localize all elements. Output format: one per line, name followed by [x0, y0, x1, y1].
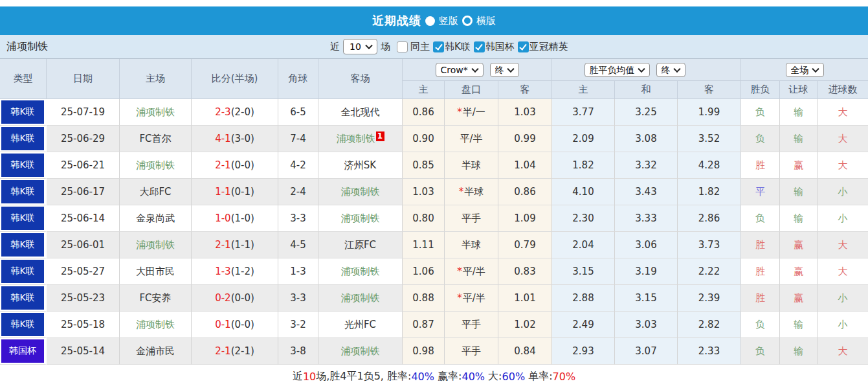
match-type-cell: 韩K联 [0, 312, 47, 338]
sub-header-rangqiu: 让球 [780, 81, 818, 99]
sub-header-avg-home: 主 [552, 81, 615, 99]
results-grid: 类型 日期 主场 比分(半场) 角球 客场 Crow* 终 胜平负均值 [0, 58, 868, 365]
match-date-cell: 25-06-29 [47, 126, 120, 152]
crow-home-odds-cell: 0.80 [403, 205, 445, 232]
footer-segment-3: 胜率: [387, 370, 411, 383]
wdl-result-cell: 负 [741, 205, 780, 232]
wdl-result-cell: 胜 [741, 285, 780, 312]
avg-draw-odds-cell: 3.33 [615, 205, 678, 232]
avg-home-odds-cell: 2.04 [552, 232, 615, 258]
wdl-result-cell: 胜 [741, 258, 780, 285]
avg-away-odds-cell: 3.73 [678, 232, 741, 258]
handicap-cell: 半球 [445, 232, 498, 258]
avg-select[interactable]: 胜平负均值 [584, 63, 650, 77]
handicap-cell: 平手 [445, 205, 498, 232]
crow-away-odds-cell: 1.02 [498, 312, 552, 338]
avg-home-odds-cell: 4.10 [552, 179, 615, 205]
goals-result-cell: 大 [818, 232, 868, 258]
summary-footer: 近10场,胜4平1负5, 胜率:40% 赢率:40% 大:60% 单率:70% [0, 365, 868, 388]
checkbox-2-label: 韩国杯 [485, 41, 515, 53]
layout-radio-vertical[interactable] [425, 16, 435, 26]
crow-away-odds-cell: 1.09 [498, 205, 552, 232]
crow-home-odds-cell: 0.85 [403, 152, 445, 179]
match-type-badge: 韩K联 [1, 100, 44, 124]
match-type-badge: 韩国杯 [1, 339, 44, 363]
checkbox-1[interactable] [433, 41, 444, 52]
footer-segment-9: 单率: [525, 370, 552, 383]
home-team-cell: 浦项制铁 [120, 312, 192, 338]
match-type-cell: 韩K联 [0, 179, 47, 205]
checkbox-2[interactable] [474, 41, 485, 52]
away-team-cell: 浦项制铁1 [318, 126, 403, 152]
away-team-cell: 江原FC [318, 232, 403, 258]
away-team-cell: 浦项制铁 [318, 205, 403, 232]
handicap-result-cell: 输 [780, 99, 818, 126]
home-team-cell: 浦项制铁 [120, 152, 192, 179]
corners-cell: 7-4 [278, 126, 318, 152]
avg-home-odds-cell: 2.49 [552, 312, 615, 338]
match-date-cell: 25-06-14 [47, 205, 120, 232]
scope-select[interactable]: 全场 [786, 63, 824, 77]
corners-cell: 2-4 [278, 179, 318, 205]
wdl-result-cell: 平 [741, 179, 780, 205]
checkbox-3[interactable] [518, 41, 529, 52]
corners-cell: 4-5 [278, 232, 318, 258]
match-date-cell: 25-05-23 [47, 285, 120, 312]
footer-segment-8: 60% [502, 371, 526, 383]
corners-cell: 3-3 [278, 205, 318, 232]
match-date-cell: 25-05-14 [47, 338, 120, 365]
match-type-cell: 韩K联 [0, 152, 47, 179]
crow-home-odds-cell: 0.98 [403, 338, 445, 365]
sub-header-wdl: 胜负 [741, 81, 780, 99]
match-type-badge: 韩K联 [1, 286, 44, 310]
corners-cell: 3-3 [278, 285, 318, 312]
avg-period-select[interactable]: 终 [656, 63, 685, 77]
match-type-badge: 韩K联 [1, 207, 44, 230]
match-type-cell: 韩K联 [0, 205, 47, 232]
crow-period-select[interactable]: 终 [490, 63, 519, 77]
match-type-badge: 韩K联 [1, 127, 44, 150]
crow-away-odds-cell: 0.86 [498, 179, 552, 205]
handicap-result-cell: 赢 [780, 285, 818, 312]
avg-home-odds-cell: 2.30 [552, 205, 615, 232]
home-team-cell: FC安养 [120, 285, 192, 312]
sub-header-handicap: 盘口 [445, 81, 498, 99]
games-label: 场 [381, 41, 390, 53]
sub-header-crow-away: 客 [498, 81, 552, 99]
handicap-result-cell: 输 [780, 205, 818, 232]
layout-radio-horizontal[interactable] [462, 16, 473, 26]
match-type-cell: 韩K联 [0, 285, 47, 312]
sub-header-goals: 进球数 [818, 81, 868, 99]
avg-away-odds-cell: 4.28 [678, 152, 741, 179]
home-team-cell: FC首尔 [120, 126, 192, 152]
match-type-badge: 韩K联 [1, 313, 44, 336]
footer-segment-10: 70% [553, 371, 576, 383]
footer-segment-1: 10 [303, 371, 316, 383]
avg-away-odds-cell: 2.39 [678, 285, 741, 312]
match-count-select-wrap: 10 [343, 39, 377, 54]
match-date-cell: 25-05-18 [47, 312, 120, 338]
score-cell: 2-1(0-0) [192, 152, 278, 179]
footer-segment-6: 40% [462, 371, 485, 383]
away-team-cell: 浦项制铁 [318, 285, 403, 312]
footer-segment-5: 赢率: [434, 370, 462, 383]
card-count-badge: 1 [376, 131, 384, 141]
home-team-cell: 金浦市民 [120, 338, 192, 365]
score-cell: 4-1(3-0) [192, 126, 278, 152]
header-group-avg: 胜平负均值 终 [552, 59, 741, 81]
checkbox-0[interactable] [397, 41, 408, 52]
bookmaker-select[interactable]: Crow* [436, 63, 484, 77]
avg-draw-odds-cell: 3.15 [615, 285, 678, 312]
score-cell: 1-1(0-1) [192, 179, 278, 205]
footer-segment-2: 场,胜4平1负5, [316, 370, 387, 383]
goals-result-cell: 小 [818, 179, 868, 205]
avg-draw-odds-cell: 3.25 [615, 99, 678, 126]
col-header-away: 客场 [318, 59, 403, 99]
match-count-select[interactable]: 10 [343, 39, 377, 54]
handicap-result-cell: 输 [780, 126, 818, 152]
goals-result-cell: 大 [818, 258, 868, 285]
sub-header-crow-home: 主 [403, 81, 445, 99]
match-type-badge: 韩K联 [1, 260, 44, 283]
filter-bar: 浦项制铁 近 10 场 同主韩K联韩国杯亚冠精英 [0, 35, 868, 58]
header-group-crow: Crow* 终 [403, 59, 552, 81]
